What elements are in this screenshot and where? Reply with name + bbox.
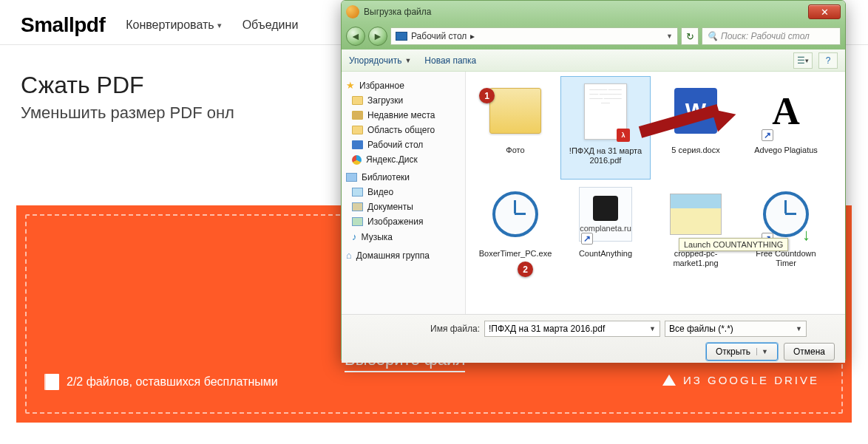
- sidebar-item-label: Загрузки: [367, 95, 403, 106]
- sidebar-item-label: Недавние места: [367, 110, 435, 120]
- chevron-down-icon: ▼: [649, 325, 656, 332]
- clock-icon: [492, 191, 538, 237]
- cancel-button[interactable]: Отмена: [784, 343, 835, 361]
- file-name: CountAnything: [579, 249, 632, 259]
- pictures-icon: [352, 217, 363, 226]
- sidebar-yadisk[interactable]: Яндекс.Диск: [342, 152, 465, 167]
- files-remaining: 2/2 файлов, оставшихся бесплатными: [46, 374, 278, 390]
- sidebar-item-label: Музыка: [362, 232, 393, 242]
- file-item[interactable]: BoxerTimer_PC.exe: [470, 180, 560, 283]
- sidebar-documents[interactable]: Документы: [342, 199, 465, 214]
- filename-input[interactable]: !ПФХД на 31 марта 2016.pdf▼: [484, 321, 660, 337]
- sidebar-item-label: Домашняя группа: [356, 250, 430, 261]
- nav-forward-button[interactable]: ►: [368, 27, 387, 46]
- search-icon: 🔍: [707, 31, 718, 41]
- nav-convert-label: Конвертировать: [126, 18, 214, 32]
- star-icon: ★: [346, 80, 355, 91]
- organize-label: Упорядочить: [349, 55, 401, 66]
- dialog-title: Выгрузка файла: [364, 7, 432, 17]
- pdf-badge-icon: λ: [617, 129, 630, 142]
- file-name: Advego Plagiatus: [754, 146, 818, 155]
- image-thumbnail: [670, 194, 722, 235]
- nav-bar: ◄ ► Рабочий стол ▸ ▼ ↻ 🔍 Поиск: Рабочий …: [342, 23, 845, 49]
- annotation-badge-2: 2: [518, 262, 533, 277]
- file-name: Фото: [506, 146, 524, 155]
- sidebar-item-label: Рабочий стол: [367, 140, 423, 150]
- sidebar-favorites[interactable]: ★Избранное: [342, 78, 465, 93]
- chevron-down-icon: ▼: [756, 348, 768, 355]
- file-icon: [46, 374, 59, 390]
- chevron-down-icon: ▼: [796, 325, 802, 332]
- thumbnail-text: complaneta.ru: [580, 224, 631, 233]
- toolbar: Упорядочить ▼ Новая папка ☰▾ ?: [342, 49, 845, 72]
- file-name: 5 серия.docx: [671, 146, 719, 155]
- app-icon: A: [772, 89, 800, 133]
- file-item[interactable]: complaneta.ru↗ CountAnything: [560, 180, 651, 283]
- nav-convert[interactable]: Конвертировать▾: [126, 18, 221, 32]
- sidebar-pictures[interactable]: Изображения: [342, 214, 465, 229]
- new-folder-button[interactable]: Новая папка: [424, 55, 476, 66]
- sidebar-item-label: Документы: [367, 202, 413, 212]
- folder-icon: [489, 88, 541, 134]
- file-grid: Фото ―――― ――― ―― ――――― ――― ―――― ――λ !ПФХ…: [466, 72, 845, 314]
- address-bar[interactable]: Рабочий стол ▸ ▼: [390, 27, 678, 45]
- logo: Smallpdf: [21, 13, 105, 37]
- desktop-icon: [352, 140, 363, 149]
- sidebar-music[interactable]: ♪Музыка: [342, 229, 465, 245]
- sidebar-downloads[interactable]: Загрузки: [342, 93, 465, 108]
- title-bar: Выгрузка файла ✕: [342, 1, 845, 23]
- nav-merge[interactable]: Объедини: [243, 18, 299, 32]
- google-drive-label: ИЗ GOOGLE DRIVE: [683, 374, 819, 386]
- folder-icon: [352, 111, 363, 120]
- file-item-selected[interactable]: ―――― ――― ―― ――――― ――― ―――― ――λ !ПФХД на …: [560, 76, 651, 180]
- sidebar-desktop[interactable]: Рабочий стол: [342, 137, 465, 152]
- sidebar-video[interactable]: Видео: [342, 185, 465, 199]
- firefox-icon: [346, 5, 359, 18]
- desktop-icon: [396, 32, 407, 41]
- file-name: cropped-pc-market1.png: [655, 249, 736, 268]
- sidebar-item-label: Видео: [367, 187, 393, 197]
- organize-menu[interactable]: Упорядочить ▼: [349, 55, 411, 66]
- sidebar: ★Избранное Загрузки Недавние места Облас…: [342, 72, 466, 314]
- sidebar-item-label: Изображения: [367, 216, 423, 227]
- dialog-footer: Имя файла: !ПФХД на 31 марта 2016.pdf▼ В…: [342, 314, 845, 363]
- sidebar-shared[interactable]: Область общего: [342, 123, 465, 137]
- chevron-down-icon: ▼: [404, 57, 411, 64]
- files-remaining-text: 2/2 файлов, оставшихся бесплатными: [67, 375, 278, 389]
- google-drive-icon: [662, 375, 676, 386]
- file-filter-combo[interactable]: Все файлы (*.*)▼: [665, 321, 807, 337]
- help-button[interactable]: ?: [818, 52, 838, 69]
- close-button[interactable]: ✕: [808, 4, 841, 19]
- file-item[interactable]: ↓↗ Free Countdown Timer: [741, 180, 831, 283]
- sidebar-recent[interactable]: Недавние места: [342, 108, 465, 123]
- open-label: Открыть: [716, 346, 750, 357]
- refresh-button[interactable]: ↻: [681, 27, 699, 45]
- from-google-drive-link[interactable]: ИЗ GOOGLE DRIVE: [662, 374, 819, 386]
- file-item[interactable]: A↗ Advego Plagiatus: [741, 76, 831, 180]
- shortcut-icon: ↗: [762, 129, 773, 141]
- file-name: !ПФХД на 31 марта 2016.pdf: [565, 146, 646, 165]
- documents-icon: [352, 202, 363, 211]
- file-name: BoxerTimer_PC.exe: [479, 249, 552, 259]
- folder-icon: [352, 96, 363, 105]
- video-icon: [352, 188, 363, 197]
- nav-back-button[interactable]: ◄: [346, 27, 365, 46]
- address-dropdown-icon[interactable]: ▼: [666, 33, 673, 40]
- open-button[interactable]: Открыть▼: [706, 343, 778, 361]
- view-options-button[interactable]: ☰▾: [793, 52, 813, 69]
- music-icon: ♪: [352, 231, 357, 242]
- file-item[interactable]: cropped-pc-market1.png: [651, 180, 741, 283]
- filename-value: !ПФХД на 31 марта 2016.pdf: [489, 324, 605, 334]
- homegroup-icon: ⌂: [346, 250, 352, 261]
- sidebar-libraries[interactable]: Библиотеки: [342, 170, 465, 185]
- chevron-down-icon: ▾: [217, 21, 222, 30]
- yandex-disk-icon: [352, 155, 362, 165]
- library-icon: [346, 173, 357, 182]
- filter-value: Все файлы (*.*): [669, 324, 733, 334]
- search-input[interactable]: 🔍 Поиск: Рабочий стол: [702, 27, 841, 45]
- breadcrumb-chevron-icon: ▸: [470, 31, 475, 41]
- sidebar-item-label: Избранное: [359, 81, 404, 91]
- filename-label: Имя файла:: [430, 324, 480, 334]
- sidebar-homegroup[interactable]: ⌂Домашняя группа: [342, 247, 465, 263]
- tooltip: Launch COUNTANYTHING: [679, 238, 788, 251]
